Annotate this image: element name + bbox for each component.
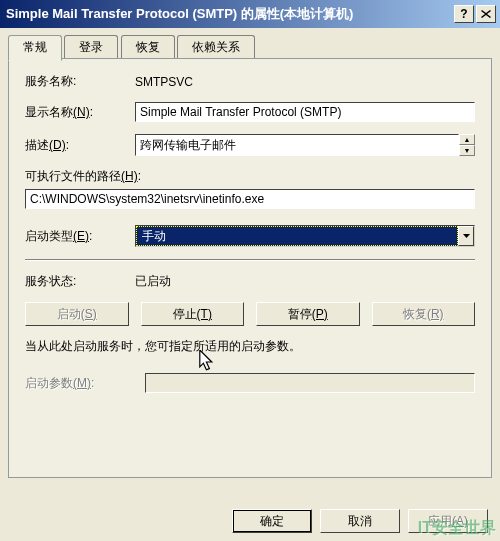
close-icon	[481, 10, 491, 18]
dialog-buttons: 确定 取消 应用(A)	[0, 509, 500, 533]
stop-button[interactable]: 停止(T)	[141, 302, 245, 326]
label-startup-type: 启动类型(E):	[25, 228, 135, 245]
label-description: 描述(D):	[25, 137, 135, 154]
help-button[interactable]: ?	[454, 5, 474, 23]
titlebar-buttons: ?	[454, 5, 496, 23]
titlebar: Simple Mail Transfer Protocol (SMTP) 的属性…	[0, 0, 500, 28]
tab-general[interactable]: 常规	[8, 35, 62, 61]
hint-text: 当从此处启动服务时，您可指定所适用的启动参数。	[25, 338, 475, 355]
cancel-button[interactable]: 取消	[320, 509, 400, 533]
tab-panel-general: 服务名称: SMTPSVC 显示名称(N): Simple Mail Trans…	[8, 58, 492, 478]
input-exe-path: C:\WINDOWS\system32\inetsrv\inetinfo.exe	[25, 189, 475, 209]
input-display-name[interactable]: Simple Mail Transfer Protocol (SMTP)	[135, 102, 475, 122]
tabstrip: 常规 登录 恢复 依赖关系	[8, 34, 492, 58]
pause-button[interactable]: 暂停(P)	[256, 302, 360, 326]
value-status: 已启动	[135, 273, 171, 290]
tab-logon[interactable]: 登录	[64, 35, 118, 60]
description-scroll[interactable]: ▲ ▼	[459, 134, 475, 156]
textarea-description[interactable]: 跨网传输电子邮件	[135, 134, 459, 156]
close-button[interactable]	[476, 5, 496, 23]
label-display-name: 显示名称(N):	[25, 104, 135, 121]
tab-dependencies[interactable]: 依赖关系	[177, 35, 255, 60]
apply-button: 应用(A)	[408, 509, 488, 533]
dropdown-startup-value: 手动	[136, 226, 458, 246]
scroll-up-icon[interactable]: ▲	[459, 134, 475, 145]
tab-recovery[interactable]: 恢复	[121, 35, 175, 60]
value-service-name: SMTPSVC	[135, 75, 193, 89]
chevron-down-icon[interactable]	[458, 226, 474, 246]
label-status: 服务状态:	[25, 273, 135, 290]
dialog-body: 常规 登录 恢复 依赖关系 服务名称: SMTPSVC 显示名称(N): Sim…	[0, 28, 500, 541]
start-button: 启动(S)	[25, 302, 129, 326]
input-start-params	[145, 373, 475, 393]
scroll-down-icon[interactable]: ▼	[459, 145, 475, 156]
separator	[25, 259, 475, 261]
resume-button: 恢复(R)	[372, 302, 476, 326]
service-control-buttons: 启动(S) 停止(T) 暂停(P) 恢复(R)	[25, 302, 475, 326]
label-start-params: 启动参数(M):	[25, 375, 135, 392]
window-title: Simple Mail Transfer Protocol (SMTP) 的属性…	[6, 5, 454, 23]
label-exe-path: 可执行文件的路径(H):	[25, 168, 475, 185]
label-service-name: 服务名称:	[25, 73, 135, 90]
ok-button[interactable]: 确定	[232, 509, 312, 533]
dropdown-startup-type[interactable]: 手动	[135, 225, 475, 247]
